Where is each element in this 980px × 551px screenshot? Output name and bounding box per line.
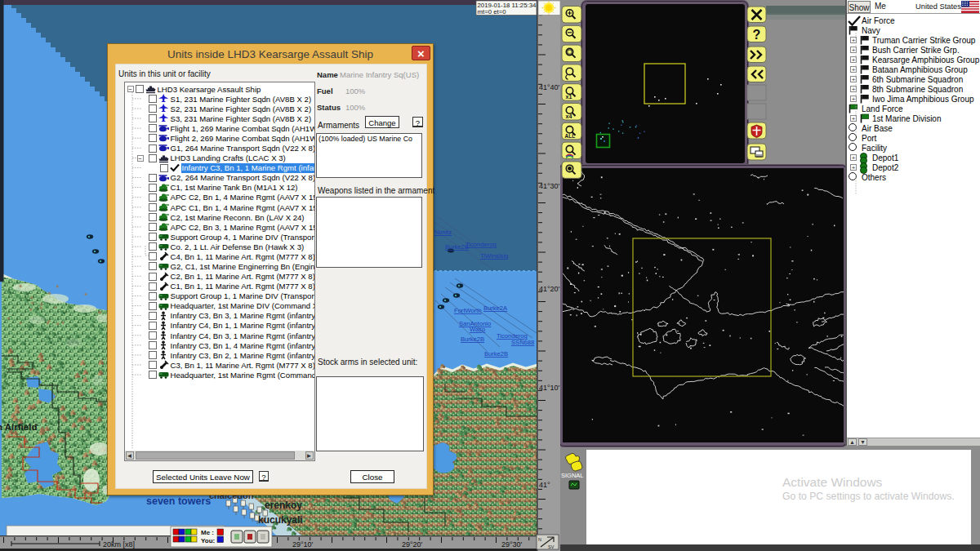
svg-text:Go to PC settings to activate: Go to PC settings to activate Windows.: [782, 491, 955, 502]
svg-text:Wasp: Wasp: [470, 326, 485, 333]
svg-text:kucukyali: kucukyali: [258, 514, 303, 526]
svg-text:41°30': 41°30': [539, 182, 560, 190]
svg-text:41°40': 41°40': [539, 83, 560, 91]
svg-text:n Airfield: n Airfield: [0, 422, 37, 432]
svg-text:Me :: Me :: [201, 529, 214, 536]
svg-text:seven towers: seven towers: [146, 495, 211, 507]
svg-text:TiWinslsig: TiWinslsig: [480, 252, 508, 260]
svg-text:Burke2A: Burke2A: [483, 304, 508, 312]
svg-text:ALL: ALL: [565, 133, 576, 139]
svg-text:Burke2B: Burke2B: [461, 335, 484, 343]
svg-text:Ticonderog: Ticonderog: [466, 241, 497, 248]
svg-text:x4: x4: [566, 113, 572, 119]
svg-text:x1: x1: [566, 94, 572, 100]
svg-text:41°10': 41°10': [539, 384, 560, 392]
svg-text:?: ?: [753, 28, 761, 42]
svg-text:29°10': 29°10': [292, 540, 314, 549]
svg-text:Burke2B: Burke2B: [484, 350, 508, 358]
svg-text:41°20': 41°20': [539, 285, 560, 293]
svg-text:FortWorth: FortWorth: [454, 307, 482, 314]
svg-text:SV: SV: [548, 544, 555, 549]
svg-text:20km [x8]: 20km [x8]: [103, 540, 135, 549]
svg-text:N: N: [538, 537, 541, 542]
svg-text:mt=0 et=0: mt=0 et=0: [478, 8, 507, 16]
svg-text:erenkoy: erenkoy: [265, 500, 302, 511]
svg-text:You:: You:: [201, 537, 215, 544]
svg-text:29°30': 29°30': [501, 540, 523, 549]
svg-text:Nimitz: Nimitz: [434, 229, 452, 236]
svg-text:29°20': 29°20': [402, 540, 423, 549]
svg-text:Activate Windows: Activate Windows: [782, 475, 883, 489]
svg-text:SIGNAL: SIGNAL: [561, 472, 584, 479]
svg-text:SSN688: SSN688: [511, 339, 534, 346]
svg-text:41°: 41°: [539, 481, 550, 489]
